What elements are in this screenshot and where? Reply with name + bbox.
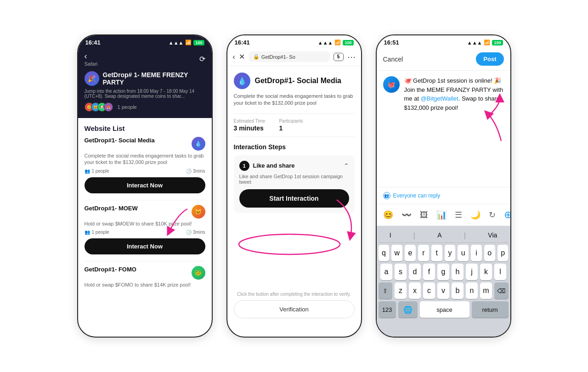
more-button[interactable]: ⋯ — [347, 52, 356, 62]
website-item-3: GetDrop#1- FOMO 🐸 Hold or swap $FOMO to … — [85, 266, 205, 288]
item2-desc: Hold or swap $MOEW to share $10K prize p… — [85, 220, 205, 227]
item1-meta: 👥 1 people 🕒 3mins — [85, 169, 205, 174]
avatar-4: 🦊 — [104, 102, 113, 112]
key-b[interactable]: b — [452, 282, 464, 299]
key-j[interactable]: j — [466, 264, 478, 280]
item3-name: GetDrop#1- FOMO — [85, 266, 136, 273]
clock-icon-2: 🕒 — [186, 230, 192, 235]
key-c[interactable]: c — [423, 282, 435, 299]
key-v[interactable]: v — [437, 282, 449, 299]
event-title-line1: GetDrop# 1- MEME FRENZY — [103, 71, 188, 79]
globe-key[interactable]: 🌐 — [398, 301, 418, 318]
website-list: Website List GetDrop#1- Social Media 💧 C… — [78, 118, 212, 301]
phone-1: 16:41 ▲▲▲ 📶 100 ‹ Safari ⟳ 🎉 — [77, 34, 213, 338]
tweet-mention: @BitgetWallet — [421, 95, 458, 102]
key-n[interactable]: n — [466, 282, 478, 299]
moon-icon[interactable]: 🌙 — [470, 210, 481, 220]
cancel-button[interactable]: Cancel — [383, 56, 403, 63]
event-subtitle: Jump into the action from 18:00 May 7 - … — [85, 89, 205, 99]
image-icon[interactable]: 🖼 — [420, 210, 428, 220]
est-time-label: Estimated Time — [234, 118, 266, 124]
list-icon[interactable]: ☰ — [455, 210, 462, 220]
app-icon: 🎉 — [85, 71, 99, 86]
suggestion-3[interactable]: Via — [488, 231, 497, 240]
key-e[interactable]: e — [405, 245, 416, 261]
interact-now-button-1[interactable]: Interact Now — [85, 177, 205, 193]
tab-badge[interactable]: 5 — [334, 53, 344, 61]
post-button[interactable]: Post — [476, 52, 503, 66]
key-y[interactable]: y — [445, 245, 456, 261]
step1-label-row: 1 Like and share — [239, 161, 295, 171]
plus-icon[interactable]: ⊕ — [504, 209, 511, 221]
key-h[interactable]: h — [452, 264, 464, 280]
wifi-icon-3: 📶 — [484, 39, 490, 45]
interact-now-button-2[interactable]: Interact Now — [85, 238, 205, 254]
key-k[interactable]: k — [480, 264, 492, 280]
user-avatar: 🐙 — [383, 76, 400, 93]
signal-icon-2: ▲▲▲ — [318, 40, 333, 45]
website-item-2: GetDrop#1- MOEW 🐱 Hold or swap $MOEW to … — [85, 205, 205, 254]
back-button[interactable]: ‹ — [85, 51, 98, 61]
suggestion-1[interactable]: I — [390, 231, 391, 240]
space-key[interactable]: space — [420, 301, 469, 318]
verification-button[interactable]: Verification — [234, 300, 355, 318]
event-title-line2: PARTY — [103, 79, 188, 86]
battery-badge-3: 100 — [492, 40, 503, 45]
step1-header: 1 Like and share ⌃ — [239, 161, 349, 171]
suggestion-2[interactable]: A — [437, 231, 441, 240]
verify-hint: Click the button after completing the in… — [234, 292, 355, 297]
key-u[interactable]: u — [458, 245, 469, 261]
website-item-1: GetDrop#1- Social Media 💧 Complete the s… — [85, 137, 205, 193]
start-interaction-button[interactable]: Start Interaction — [239, 189, 349, 208]
estimated-time-stat: Estimated Time 3 minutes — [234, 118, 266, 132]
item2-meta-left: 👥 1 people — [85, 230, 109, 235]
key-f[interactable]: f — [423, 264, 435, 280]
delete-key[interactable]: ⌫ — [494, 282, 509, 299]
clock-icon: 🕒 — [186, 169, 192, 174]
item1-meta-left: 👥 1 people — [85, 169, 109, 174]
signal-icon-3: ▲▲▲ — [467, 40, 482, 45]
lock-icon: 🔒 — [253, 54, 260, 60]
back-button-2[interactable]: ‹ — [233, 53, 235, 61]
poll-icon[interactable]: 📊 — [436, 210, 447, 220]
key-o[interactable]: o — [484, 245, 495, 261]
phone1-header: ‹ Safari ⟳ 🎉 GetDrop# 1- MEME FRENZY PAR… — [78, 48, 212, 118]
key-d[interactable]: d — [409, 264, 421, 280]
step1-number: 1 — [239, 161, 249, 171]
return-key[interactable]: return — [472, 301, 509, 318]
key-i[interactable]: i — [471, 245, 482, 261]
est-time-value: 3 minutes — [234, 124, 266, 132]
key-g[interactable]: g — [437, 264, 449, 280]
key-x[interactable]: x — [409, 282, 421, 299]
close-button[interactable]: ✕ — [239, 52, 245, 61]
key-t[interactable]: t — [431, 245, 442, 261]
shift-key[interactable]: ⇧ — [379, 282, 393, 299]
key-a[interactable]: a — [380, 264, 392, 280]
key-l[interactable]: l — [494, 264, 506, 280]
website-list-title: Website List — [85, 124, 205, 132]
item2-header: GetDrop#1- MOEW 🐱 — [85, 205, 205, 219]
number-key[interactable]: 123 — [379, 301, 396, 318]
phone2-content: 💧 GetDrop#1- Social Media Complete the s… — [227, 66, 361, 224]
item3-desc: Hold or swap $FOMO to share $14K prize p… — [85, 282, 205, 288]
emoji-icon[interactable]: 😊 — [383, 210, 393, 220]
gif-icon[interactable]: 〰️ — [401, 210, 412, 220]
url-bar[interactable]: 🔒 GetDrop#1- So — [249, 51, 330, 62]
participants-value: 1 — [279, 124, 303, 132]
wifi-icon: 📶 — [185, 39, 192, 45]
keyboard-row-2: a s d f g h j k l — [379, 264, 509, 280]
app-title-row: 🎉 GetDrop# 1- MEME FRENZY PARTY — [85, 71, 205, 86]
key-r[interactable]: r — [418, 245, 429, 261]
key-q[interactable]: q — [379, 245, 390, 261]
key-w[interactable]: w — [391, 245, 402, 261]
reply-settings[interactable]: 👥 Everyone can reply — [377, 187, 510, 204]
key-z[interactable]: z — [395, 282, 407, 299]
refresh-button[interactable]: ⟳ — [199, 55, 205, 63]
key-p[interactable]: p — [498, 245, 509, 261]
item1-people: 1 people — [92, 169, 109, 174]
refresh-icon[interactable]: ↻ — [489, 210, 496, 220]
phone-2: 16:41 ▲▲▲ 📶 100 ‹ ✕ 🔒 GetDrop#1- So 5 ⋯ — [226, 34, 362, 338]
key-s[interactable]: s — [395, 264, 407, 280]
item2-time: 3mins — [193, 230, 205, 235]
key-m[interactable]: m — [480, 282, 492, 299]
